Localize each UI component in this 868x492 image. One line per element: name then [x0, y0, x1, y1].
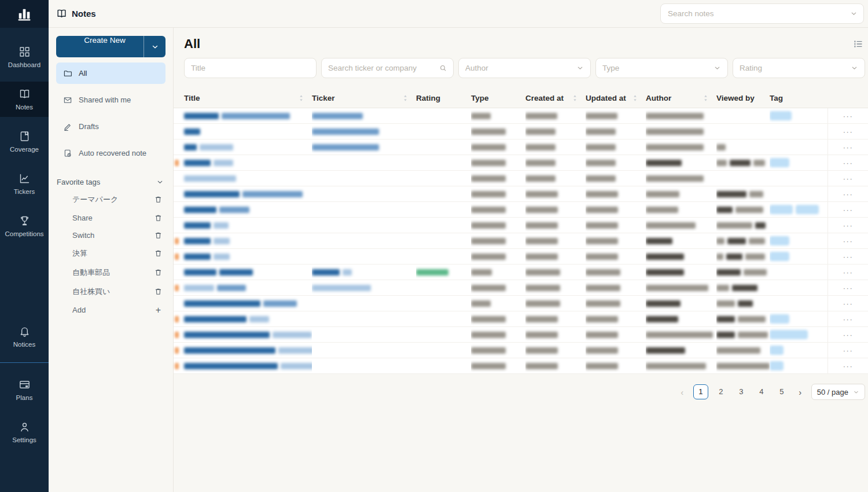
trash-icon[interactable] [154, 195, 163, 204]
sort-icon[interactable] [703, 94, 708, 102]
cell-author [646, 343, 716, 358]
favorite-tag-tag-4[interactable]: 決算 [56, 244, 165, 263]
favorite-tag-tag-5[interactable]: 自動車部品 [56, 263, 165, 282]
redacted-text [471, 347, 506, 354]
notes-nav-item-all[interactable]: All [56, 63, 165, 84]
pagination-page-3[interactable]: 3 [734, 384, 749, 399]
table-row[interactable]: ··· [174, 139, 868, 155]
create-new-button[interactable]: Create New [56, 36, 144, 57]
table-row[interactable]: ··· [174, 358, 868, 374]
filter-title-input[interactable] [184, 58, 317, 78]
row-actions-button[interactable]: ··· [827, 218, 868, 233]
row-actions-button[interactable]: ··· [827, 186, 868, 201]
table-row[interactable]: ··· [174, 218, 868, 233]
sidebar-item-dashboard[interactable]: Dashboard [0, 39, 49, 75]
table-row[interactable]: ··· [174, 124, 868, 139]
table-row[interactable]: ··· [174, 202, 868, 218]
filter-ticker-input[interactable] [321, 58, 454, 78]
column-header-title[interactable]: Title [174, 89, 312, 108]
pagination-next[interactable]: › [795, 387, 806, 397]
sidebar-item-coverage[interactable]: Coverage [0, 124, 49, 159]
row-actions-button[interactable]: ··· [827, 155, 868, 170]
page-size-select[interactable]: 50 / page [811, 384, 865, 400]
sort-icon[interactable] [572, 94, 578, 102]
sidebar-item-notices[interactable]: Notices [0, 319, 49, 354]
sidebar-item-tickers[interactable]: Tickers [0, 166, 49, 201]
sidebar-item-competitions[interactable]: Competitions [0, 208, 49, 244]
notes-nav-item-shared-with-me[interactable]: Shared with me [56, 89, 165, 111]
favorite-tags-header[interactable]: Favorite tags [56, 178, 165, 186]
list-icon[interactable] [853, 39, 863, 49]
favorite-tag-tag-1[interactable]: テーマパーク [56, 190, 165, 209]
sidebar-item-plans[interactable]: Plans [0, 372, 49, 407]
row-actions-button[interactable]: ··· [827, 139, 868, 155]
table-row[interactable]: ··· [174, 108, 868, 124]
create-new-dropdown-button[interactable] [144, 36, 165, 57]
search-notes-input[interactable] [668, 9, 850, 18]
cell-created-at [525, 171, 586, 186]
row-actions-button[interactable]: ··· [827, 202, 868, 217]
column-header-updated-at[interactable]: Updated at [586, 89, 646, 108]
column-header-ticker[interactable]: Ticker [312, 89, 416, 108]
table-row[interactable]: ··· [174, 327, 868, 343]
redacted-text [716, 269, 741, 276]
trash-icon[interactable] [154, 249, 163, 258]
favorite-tag-share[interactable]: Share [56, 209, 165, 226]
filter-ticker-field[interactable] [328, 64, 439, 72]
filter-rating-select[interactable]: Rating [733, 58, 865, 78]
table-row[interactable]: ··· [174, 265, 868, 280]
pagination-page-2[interactable]: 2 [713, 384, 729, 399]
table-row[interactable]: ··· [174, 233, 868, 249]
row-actions-button[interactable]: ··· [827, 311, 868, 326]
trash-icon[interactable] [154, 287, 163, 296]
sidebar-item-settings[interactable]: Settings [0, 414, 49, 450]
pagination-page-5[interactable]: 5 [774, 384, 789, 399]
table-row[interactable]: ··· [174, 249, 868, 265]
row-actions-button[interactable]: ··· [827, 358, 868, 373]
favorite-tag-switch[interactable]: Switch [56, 226, 165, 244]
table-row[interactable]: ··· [174, 155, 868, 171]
filter-title-field[interactable] [191, 64, 310, 72]
row-actions-button[interactable]: ··· [827, 233, 868, 248]
table-row[interactable]: ··· [174, 296, 868, 311]
trash-icon[interactable] [154, 268, 163, 277]
row-actions-button[interactable]: ··· [827, 265, 868, 280]
cell-tag [770, 327, 827, 342]
app-logo[interactable] [0, 0, 49, 28]
filter-author-select[interactable]: Author [458, 58, 591, 78]
row-actions-button[interactable]: ··· [827, 249, 868, 264]
redacted-text [471, 300, 491, 307]
row-actions-button[interactable]: ··· [827, 108, 868, 123]
table-row[interactable]: ··· [174, 171, 868, 186]
redacted-text [184, 347, 275, 354]
filter-type-select[interactable]: Type [595, 58, 728, 78]
table-row[interactable]: ··· [174, 343, 868, 358]
sort-icon[interactable] [299, 94, 304, 102]
favorite-tag-tag-6[interactable]: 自社株買い [56, 282, 165, 301]
row-actions-button[interactable]: ··· [827, 280, 868, 295]
pagination-prev[interactable]: ‹ [676, 387, 688, 397]
row-actions-button[interactable]: ··· [827, 296, 868, 311]
notes-nav-item-auto-recovered-note[interactable]: Auto recovered note [56, 142, 165, 164]
table-row[interactable]: ··· [174, 280, 868, 296]
notes-nav-item-drafts[interactable]: Drafts [56, 116, 165, 137]
global-search[interactable] [660, 3, 864, 24]
row-actions-button[interactable]: ··· [827, 171, 868, 186]
table-row[interactable]: ··· [174, 186, 868, 202]
sort-icon[interactable] [632, 94, 638, 102]
pagination-page-4[interactable]: 4 [754, 384, 769, 399]
cell-rating [416, 327, 471, 342]
trash-icon[interactable] [154, 214, 163, 222]
column-header-created-at[interactable]: Created at [525, 89, 586, 108]
row-actions-button[interactable]: ··· [827, 124, 868, 139]
column-header-author[interactable]: Author [646, 89, 716, 108]
table-row[interactable]: ··· [174, 311, 868, 327]
add-tag-row[interactable]: Add+ [56, 301, 165, 318]
sidebar-item-notes[interactable]: Notes [0, 82, 49, 117]
favorite-tag-label: Switch [72, 231, 94, 240]
row-actions-button[interactable]: ··· [827, 327, 868, 342]
trash-icon[interactable] [154, 231, 163, 240]
sort-icon[interactable] [403, 94, 408, 102]
row-actions-button[interactable]: ··· [827, 343, 868, 358]
pagination-page-1[interactable]: 1 [693, 384, 708, 399]
